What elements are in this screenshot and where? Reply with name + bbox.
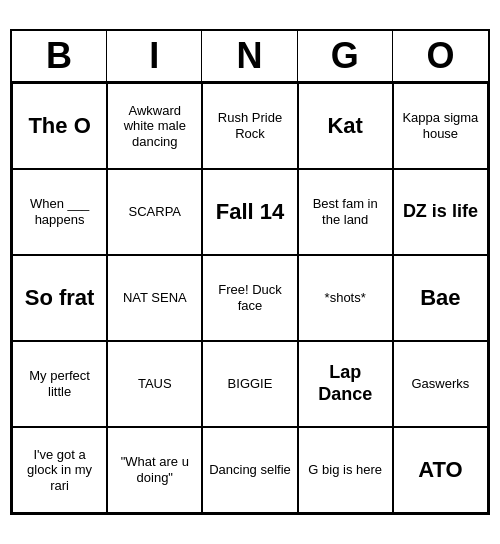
header-i: I [107, 31, 202, 81]
bingo-cell-22: Dancing selfie [202, 427, 297, 513]
bingo-cell-9: DZ is life [393, 169, 488, 255]
bingo-cell-1: Awkward white male dancing [107, 83, 202, 169]
bingo-cell-5: When ___ happens [12, 169, 107, 255]
bingo-cell-12: Free! Duck face [202, 255, 297, 341]
bingo-cell-16: TAUS [107, 341, 202, 427]
header-b: B [12, 31, 107, 81]
bingo-cell-21: "What are u doing" [107, 427, 202, 513]
bingo-cell-11: NAT SENA [107, 255, 202, 341]
bingo-cell-19: Gaswerks [393, 341, 488, 427]
bingo-cell-3: Kat [298, 83, 393, 169]
bingo-cell-15: My perfect little [12, 341, 107, 427]
bingo-grid: The OAwkward white male dancingRush Prid… [12, 83, 488, 513]
bingo-cell-8: Best fam in the land [298, 169, 393, 255]
bingo-cell-7: Fall 14 [202, 169, 297, 255]
bingo-cell-13: *shots* [298, 255, 393, 341]
header-o: O [393, 31, 488, 81]
bingo-card: B I N G O The OAwkward white male dancin… [10, 29, 490, 515]
header-g: G [298, 31, 393, 81]
bingo-cell-20: I've got a glock in my rari [12, 427, 107, 513]
bingo-header: B I N G O [12, 31, 488, 83]
bingo-cell-24: ATO [393, 427, 488, 513]
bingo-cell-2: Rush Pride Rock [202, 83, 297, 169]
bingo-cell-0: The O [12, 83, 107, 169]
bingo-cell-4: Kappa sigma house [393, 83, 488, 169]
bingo-cell-14: Bae [393, 255, 488, 341]
bingo-cell-23: G big is here [298, 427, 393, 513]
header-n: N [202, 31, 297, 81]
bingo-cell-10: So frat [12, 255, 107, 341]
bingo-cell-18: Lap Dance [298, 341, 393, 427]
bingo-cell-17: BIGGIE [202, 341, 297, 427]
bingo-cell-6: SCARPA [107, 169, 202, 255]
